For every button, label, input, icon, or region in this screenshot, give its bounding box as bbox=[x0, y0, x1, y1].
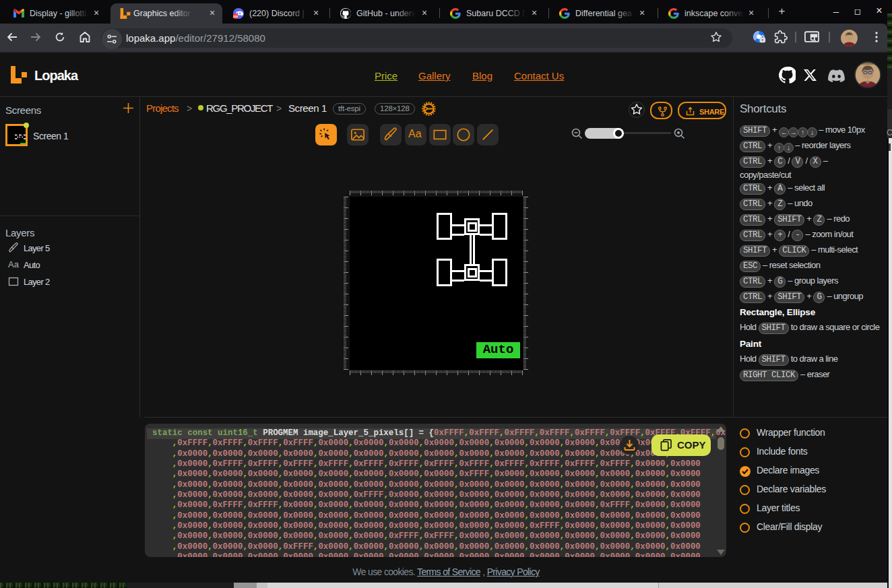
svg-text:220: 220 bbox=[233, 15, 238, 18]
